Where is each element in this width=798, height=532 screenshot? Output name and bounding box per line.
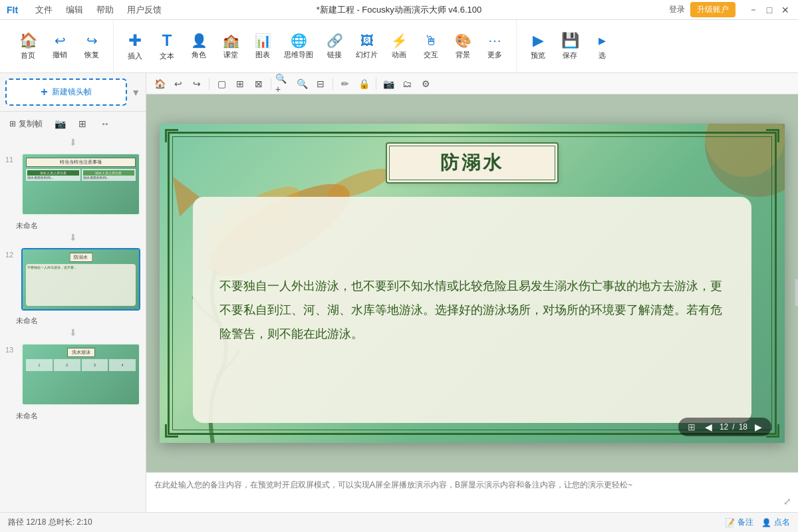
toolbar-interact[interactable]: 🖱 交互 xyxy=(415,24,447,69)
menu-file[interactable]: 文件 xyxy=(31,4,57,16)
undo-icon: ↩ xyxy=(55,33,66,49)
slide-item-11[interactable]: 11 特当当特当注意事项 溺水人员上岸注意 溺水者因长时间... 溺水人员上岸注… xyxy=(0,149,146,219)
classroom-icon: 🏫 xyxy=(223,33,239,49)
ct-settings[interactable]: ⚙ xyxy=(418,76,434,92)
point-button[interactable]: 👤 点名 xyxy=(761,517,790,528)
ct-undo[interactable]: ↩ xyxy=(170,76,186,92)
new-frame-label: 新建镜头帧 xyxy=(52,86,92,98)
toolbar-link[interactable]: 🔗 链接 xyxy=(319,24,350,69)
toolbar-undo[interactable]: ↩ 撤销 xyxy=(44,24,76,69)
close-button[interactable]: ✕ xyxy=(779,4,791,16)
home-label: 首页 xyxy=(21,51,35,61)
ct-redo[interactable]: ↪ xyxy=(189,76,205,92)
toolbar-background[interactable]: 🎨 背景 xyxy=(447,24,479,69)
page-current: 12 xyxy=(720,422,728,432)
sidebar-arrow[interactable]: ▼ xyxy=(131,87,140,98)
ct-layers[interactable]: 🗂 xyxy=(399,76,415,92)
copy-frame-button[interactable]: ⊞ 复制帧 xyxy=(5,114,47,133)
link-icon: 🔗 xyxy=(327,33,343,49)
app-logo: FIt xyxy=(7,5,18,15)
grid-icon: ⊞ xyxy=(78,118,86,129)
mindmap-icon: 🌐 xyxy=(291,33,307,49)
chart-icon: 📊 xyxy=(255,33,271,49)
path-info: 路径 12/18 总时长: 2:10 xyxy=(8,517,92,528)
toolbar-save[interactable]: 💾 保存 xyxy=(554,24,586,69)
ct-lock[interactable]: 🔒 xyxy=(356,76,372,92)
canvas-toolbar: 🏠 ↩ ↪ ▢ ⊞ ⊠ 🔍+ 🔍 ⊟ ✏ 🔒 📷 🗂 ⚙ xyxy=(146,73,798,94)
home-icon: 🏠 xyxy=(19,32,37,49)
thumb-11-cols: 溺水人员上岸注意 溺水者因长时间... 溺水人员上岸注意 溺水者因长时间... xyxy=(26,169,136,181)
ct-home[interactable]: 🏠 xyxy=(152,76,168,92)
main-toolbar: 🏠 首页 ↩ 撤销 ↪ 恢复 ✚ 插入 T 文本 👤 角色 🏫 课堂 xyxy=(0,20,798,73)
slide-canvas: 防溺水 不要独自一人外出游泳，也不要到不知水情或比较危险且易发生溺水伤亡事故的地… xyxy=(160,124,785,443)
note-button[interactable]: 📝 备注 xyxy=(725,517,753,528)
expand-icon: ↔ xyxy=(100,118,110,129)
toolbar-select[interactable]: ▸ 选 xyxy=(586,24,618,69)
toolbar-insert[interactable]: ✚ 插入 xyxy=(119,24,151,69)
slide-sidebar: + 新建镜头帧 ▼ ⊞ 复制帧 📷 ⊞ ↔ ⬇ 11 xyxy=(0,73,146,512)
ct-grid[interactable]: ⊞ xyxy=(232,76,248,92)
toolbar-home[interactable]: 🏠 首页 xyxy=(12,24,44,69)
ct-camera[interactable]: 📷 xyxy=(380,76,396,92)
menu-feedback[interactable]: 用户反馈 xyxy=(123,4,166,16)
interact-icon: 🖱 xyxy=(424,33,438,49)
slide-separator-11: ⬇ xyxy=(0,136,146,149)
toolbar-text[interactable]: T 文本 xyxy=(151,24,183,69)
minimize-button[interactable]: － xyxy=(747,4,759,16)
ct-close-frame[interactable]: ⊠ xyxy=(251,76,267,92)
toolbar-chart[interactable]: 📊 图表 xyxy=(247,24,279,69)
ct-sep-3 xyxy=(332,78,333,90)
toolbar-group-content: ✚ 插入 T 文本 👤 角色 🏫 课堂 📊 图表 🌐 思维导图 🔗 链接 🖼 xyxy=(114,20,517,72)
login-button[interactable]: 登录 xyxy=(669,4,685,15)
chart-label: 图表 xyxy=(255,50,270,60)
menu-help[interactable]: 帮助 xyxy=(92,4,118,16)
menu-edit[interactable]: 编辑 xyxy=(62,4,87,16)
ct-fit[interactable]: ⊟ xyxy=(313,76,329,92)
slide-label-12: 未命名 xyxy=(0,315,146,326)
restore-button[interactable]: □ xyxy=(763,4,775,16)
slide-item-13[interactable]: 13 洗水游泳 1 2 3 4 xyxy=(0,339,146,410)
slide-item-12[interactable]: 12 防溺水 不要独自一人外出游泳，也不要... xyxy=(0,244,146,315)
slide-title: 防溺水 xyxy=(414,150,531,176)
thumb-11-title: 特当当特当注意事项 xyxy=(26,158,136,167)
toolbar-slideshow[interactable]: 🖼 幻灯片 xyxy=(350,24,383,69)
slide-number-11: 11 xyxy=(5,156,16,164)
more-label: 更多 xyxy=(487,50,502,60)
interact-label: 交互 xyxy=(424,50,438,60)
ct-frame[interactable]: ▢ xyxy=(213,76,229,92)
toolbar-character[interactable]: 👤 角色 xyxy=(183,24,215,69)
point-icon: 👤 xyxy=(761,518,771,527)
slide-canvas-area[interactable]: 防溺水 不要独自一人外出游泳，也不要到不知水情或比较危险且易发生溺水伤亡事故的地… xyxy=(146,94,798,472)
toolbar-mindmap[interactable]: 🌐 思维导图 xyxy=(279,24,319,69)
thumb-13-cell-1: 1 xyxy=(26,359,53,371)
thumb-13-grid: 1 2 3 4 xyxy=(26,359,136,371)
toolbar-animation[interactable]: ⚡ 动画 xyxy=(383,24,415,69)
canvas-area: 🏠 ↩ ↪ ▢ ⊞ ⊠ 🔍+ 🔍 ⊟ ✏ 🔒 📷 🗂 ⚙ xyxy=(146,73,798,512)
toolbar-more[interactable]: ⋯ 更多 xyxy=(479,24,511,69)
toolbar-redo[interactable]: ↪ 恢复 xyxy=(76,24,108,69)
toolbar-preview[interactable]: ▶ 预览 xyxy=(522,24,554,69)
page-total: 18 xyxy=(739,422,747,432)
slide-content-box[interactable]: 不要独自一人外出游泳，也不要到不知水情或比较危险且易发生溺水伤亡事故的地方去游泳… xyxy=(193,197,751,423)
background-label: 背景 xyxy=(456,50,470,60)
page-next-button[interactable]: ▶ xyxy=(751,420,765,434)
copy-label: 复制帧 xyxy=(19,118,43,130)
new-frame-button[interactable]: + 新建镜头帧 xyxy=(5,78,127,106)
page-prev-button[interactable]: ◀ xyxy=(702,420,716,434)
redo-label: 恢复 xyxy=(84,50,99,60)
fullscreen-icon[interactable]: ⊞ xyxy=(685,420,698,434)
slide-title-box[interactable]: 防溺水 xyxy=(386,142,559,184)
bottom-right-tools: 📝 备注 👤 点名 xyxy=(725,517,790,528)
expand-button[interactable]: ↔ xyxy=(96,114,114,133)
toolbar-classroom[interactable]: 🏫 课堂 xyxy=(215,24,247,69)
camera-button[interactable]: 📷 xyxy=(51,114,69,133)
window-title: *新建工程 - Focusky动画演示大师 v4.6.100 xyxy=(317,4,482,16)
notes-expand-button[interactable]: ⤢ xyxy=(783,496,791,507)
ct-zoom-in[interactable]: 🔍+ xyxy=(275,76,291,92)
grid-button[interactable]: ⊞ xyxy=(73,114,92,133)
ct-edit[interactable]: ✏ xyxy=(337,76,353,92)
ct-zoom-out[interactable]: 🔍 xyxy=(294,76,310,92)
save-icon: 💾 xyxy=(561,32,579,49)
notes-input[interactable] xyxy=(154,479,790,506)
upgrade-button[interactable]: 升级账户 xyxy=(690,2,735,17)
